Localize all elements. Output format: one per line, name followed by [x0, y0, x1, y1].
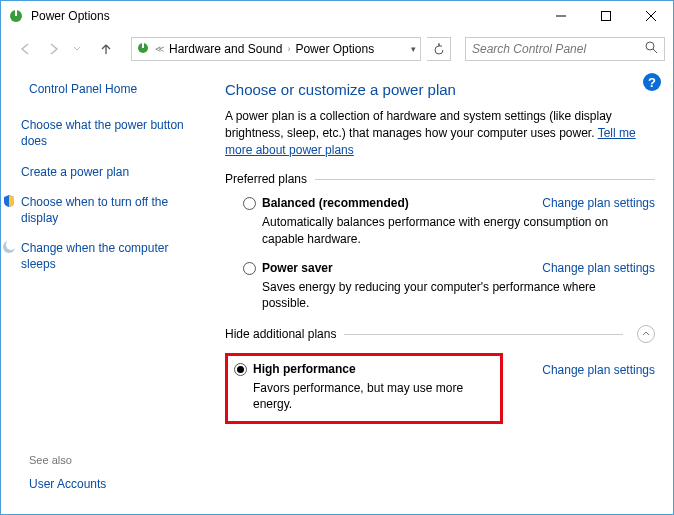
plan-name: High performance	[253, 362, 356, 376]
svg-line-9	[653, 49, 657, 53]
chevron-right-icon: ›	[287, 44, 290, 54]
plan-powersaver: Power saver Change plan settings Saves e…	[225, 261, 655, 325]
see-also-title: See also	[29, 454, 205, 466]
radio-balanced[interactable]	[243, 197, 256, 210]
plan-highperf: Change plan settings High performance Fa…	[225, 353, 655, 437]
sidebar-link-turn-off-display[interactable]: Choose when to turn off the display	[19, 194, 205, 226]
radio-powersaver[interactable]	[243, 262, 256, 275]
svg-point-11	[6, 240, 16, 250]
collapse-icon	[637, 325, 655, 343]
sidebar: Control Panel Home Choose what the power…	[1, 67, 211, 514]
svg-point-8	[646, 42, 654, 50]
window-controls	[538, 2, 673, 31]
control-panel-home-link[interactable]: Control Panel Home	[29, 81, 205, 97]
svg-rect-3	[601, 12, 610, 21]
breadcrumb-segment[interactable]: Hardware and Sound	[169, 42, 282, 56]
hide-additional-plans-toggle[interactable]: Hide additional plans	[225, 325, 655, 343]
search-input[interactable]: Search Control Panel	[465, 37, 665, 61]
up-button[interactable]	[95, 38, 117, 60]
plan-description: Favors performance, but may use more ene…	[253, 380, 494, 412]
chevron-right-icon: ≪	[155, 44, 164, 54]
plan-description: Automatically balances performance with …	[262, 214, 655, 246]
history-dropdown[interactable]	[71, 38, 83, 60]
plan-balanced: Balanced (recommended) Change plan setti…	[225, 196, 655, 260]
app-icon	[7, 7, 25, 25]
shield-icon	[1, 194, 17, 208]
radio-highperf[interactable]	[234, 363, 247, 376]
page-description: A power plan is a collection of hardware…	[225, 108, 655, 158]
back-button[interactable]	[15, 38, 37, 60]
plan-name: Balanced (recommended)	[262, 196, 409, 210]
address-dropdown-icon[interactable]: ▾	[411, 44, 416, 54]
refresh-button[interactable]	[427, 37, 451, 61]
change-plan-settings-link[interactable]: Change plan settings	[542, 196, 655, 210]
window-title: Power Options	[31, 9, 538, 23]
close-button[interactable]	[628, 2, 673, 31]
svg-rect-1	[15, 10, 17, 16]
nav-bar: ≪ Hardware and Sound › Power Options ▾ S…	[1, 31, 673, 67]
moon-icon	[1, 240, 17, 254]
main-panel: ? Choose or customize a power plan A pow…	[211, 67, 673, 514]
maximize-button[interactable]	[583, 2, 628, 31]
search-placeholder: Search Control Panel	[472, 42, 586, 56]
preferred-plans-label: Preferred plans	[225, 172, 655, 186]
title-bar: Power Options	[1, 1, 673, 31]
help-icon[interactable]: ?	[643, 73, 661, 91]
address-bar[interactable]: ≪ Hardware and Sound › Power Options ▾	[131, 37, 421, 61]
search-icon	[645, 41, 658, 57]
plan-description: Saves energy by reducing your computer's…	[262, 279, 655, 311]
plan-name: Power saver	[262, 261, 333, 275]
forward-button[interactable]	[43, 38, 65, 60]
highlighted-plan-box: High performance Favors performance, but…	[225, 353, 503, 423]
sidebar-link-power-button[interactable]: Choose what the power button does	[19, 117, 205, 149]
change-plan-settings-link[interactable]: Change plan settings	[542, 261, 655, 275]
minimize-button[interactable]	[538, 2, 583, 31]
change-plan-settings-link[interactable]: Change plan settings	[542, 363, 655, 377]
breadcrumb-segment[interactable]: Power Options	[295, 42, 374, 56]
sidebar-link-create-plan[interactable]: Create a power plan	[19, 164, 205, 180]
user-accounts-link[interactable]: User Accounts	[29, 476, 205, 492]
svg-rect-7	[142, 43, 144, 48]
sidebar-link-sleep[interactable]: Change when the computer sleeps	[19, 240, 205, 272]
power-icon	[136, 41, 150, 58]
see-also-section: See also User Accounts	[19, 454, 205, 504]
page-heading: Choose or customize a power plan	[225, 81, 655, 98]
